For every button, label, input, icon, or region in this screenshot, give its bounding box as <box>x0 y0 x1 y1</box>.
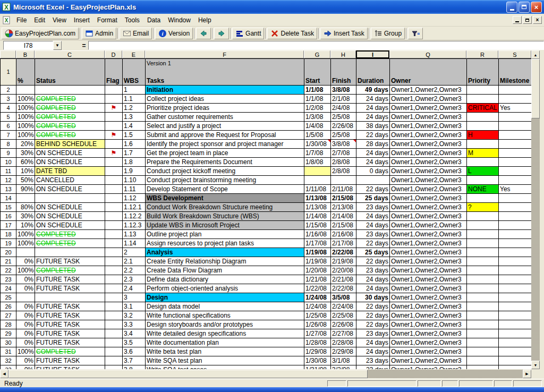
cell-B15[interactable]: 80% <box>16 203 35 212</box>
cell-B30[interactable]: 0% <box>16 338 35 347</box>
filter-button[interactable]: = <box>408 28 423 39</box>
cell-E8[interactable]: 1.6 <box>123 140 146 149</box>
cell-B4[interactable]: 100% <box>16 104 35 113</box>
cell-D26[interactable] <box>105 302 123 311</box>
cell-B28[interactable]: 0% <box>16 320 35 329</box>
cell-R2[interactable] <box>467 86 499 95</box>
cell-G17[interactable]: 1/15/08 <box>304 221 331 230</box>
cell-D22[interactable] <box>105 266 123 275</box>
cell-F15[interactable]: Conduct Work Breakdown Structure meeting <box>146 203 304 212</box>
cell-Q17[interactable]: Owner1,Owner2,Owner3 <box>390 221 467 230</box>
cell-F16[interactable]: Build Work Breakdown Structure (WBS) <box>146 212 304 221</box>
cell-D12[interactable] <box>105 176 123 185</box>
cell-E3[interactable]: 1.1 <box>123 95 146 104</box>
cell-G3[interactable]: 1/1/08 <box>304 95 331 104</box>
cell-Q15[interactable]: Owner1,Owner2,Owner3 <box>390 203 467 212</box>
cell-C14[interactable] <box>35 194 105 203</box>
cell-C4[interactable]: COMPLETED <box>35 104 105 113</box>
cell-S20[interactable] <box>499 248 532 257</box>
cell-I13[interactable]: 22 days <box>356 185 390 194</box>
cell-D15[interactable] <box>105 203 123 212</box>
cell-I26[interactable]: 22 days <box>356 302 390 311</box>
cell-E11[interactable]: 1.9 <box>123 167 146 176</box>
cell-G18[interactable]: 1/16/08 <box>304 230 331 239</box>
cell-R21[interactable] <box>467 257 499 266</box>
cell-Q23[interactable]: Owner1,Owner2,Owner3 <box>390 275 467 284</box>
cell-G26[interactable]: 1/24/08 <box>304 302 331 311</box>
cell-E15[interactable]: 1.12.1 <box>123 203 146 212</box>
cell-I12[interactable] <box>356 176 390 185</box>
menu-item-tools[interactable]: Tools <box>121 15 143 25</box>
cell-F3[interactable]: Collect project ideas <box>146 95 304 104</box>
cell-R24[interactable] <box>467 284 499 293</box>
cell-F4[interactable]: Prioritize project ideas <box>146 104 304 113</box>
cell-I5[interactable]: 24 days <box>356 113 390 122</box>
column-header-G[interactable]: G <box>304 50 330 58</box>
row-header-10[interactable]: 10 <box>1 158 16 167</box>
menu-item-data[interactable]: Data <box>143 15 164 25</box>
cell-G20[interactable]: 1/19/08 <box>304 248 331 257</box>
cell-F5[interactable]: Gather customer requirements <box>146 113 304 122</box>
cell-F7[interactable]: Submit and approve the Request for Propo… <box>146 131 304 140</box>
cell-G19[interactable]: 1/17/08 <box>304 239 331 248</box>
row-header-32[interactable]: 32 <box>1 356 16 365</box>
cell-Q7[interactable]: Owner1,Owner2,Owner3 <box>390 131 467 140</box>
cell-I4[interactable]: 24 days <box>356 104 390 113</box>
cell-B26[interactable]: 0% <box>16 302 35 311</box>
cell-I25[interactable]: 30 days <box>356 293 390 302</box>
cell-C33[interactable]: FUTURE TASK <box>35 365 105 370</box>
cell-H25[interactable]: 3/5/08 <box>331 293 356 302</box>
cell-Q19[interactable]: Owner1,Owner2,Owner3 <box>390 239 467 248</box>
cell-D29[interactable] <box>105 329 123 338</box>
cell-S5[interactable] <box>499 113 532 122</box>
cell-F25[interactable]: Design <box>146 293 304 302</box>
row-header-19[interactable]: 19 <box>1 239 16 248</box>
cell-H5[interactable]: 2/5/08 <box>331 113 356 122</box>
cell-F24[interactable]: Perform object-oriented analysis <box>146 284 304 293</box>
cell-F18[interactable]: Outline project plan <box>146 230 304 239</box>
cell-R4[interactable]: CRITICAL <box>467 104 499 113</box>
cell-H11[interactable]: 2/8/08 <box>331 167 356 176</box>
cell-S27[interactable] <box>499 311 532 320</box>
cell-S21[interactable] <box>499 257 532 266</box>
cell-F8[interactable]: Identify the project sponsor and project… <box>146 140 304 149</box>
cell-B5[interactable]: 100% <box>16 113 35 122</box>
cell-G11[interactable] <box>304 167 331 176</box>
cell-G10[interactable]: 1/8/08 <box>304 158 331 167</box>
cell-G12[interactable] <box>304 176 331 185</box>
cell-E25[interactable]: 3 <box>123 293 146 302</box>
cell-D33[interactable] <box>105 365 123 370</box>
admin-button[interactable]: Admin <box>82 28 116 39</box>
cell-H31[interactable]: 2/29/08 <box>331 347 356 356</box>
column-header-F[interactable]: F <box>145 50 304 58</box>
cell-B7[interactable]: 100% <box>16 131 35 140</box>
cell-D24[interactable] <box>105 284 123 293</box>
cell-H23[interactable]: 2/21/08 <box>331 275 356 284</box>
cell-S28[interactable] <box>499 320 532 329</box>
email-button[interactable]: Email <box>120 28 152 39</box>
cell-F30[interactable]: Write documentation plan <box>146 338 304 347</box>
cell-R9[interactable]: M <box>467 149 499 158</box>
cell-H8[interactable]: 3/8/08 <box>331 140 356 149</box>
cell-I18[interactable]: 23 days <box>356 230 390 239</box>
column-header-D[interactable]: D <box>105 50 122 58</box>
cell-D31[interactable] <box>105 347 123 356</box>
cell-S19[interactable] <box>499 239 532 248</box>
menu-item-help[interactable]: Help <box>194 15 215 25</box>
cell-R27[interactable] <box>467 311 499 320</box>
cell-C12[interactable]: CANCELLED <box>35 176 105 185</box>
cell-H22[interactable]: 2/20/08 <box>331 266 356 275</box>
scroll-right-button[interactable]: ▶ <box>523 370 531 378</box>
cell-I33[interactable]: 23 days <box>356 365 390 370</box>
cell-G7[interactable]: 1/5/08 <box>304 131 331 140</box>
cell-H33[interactable]: 3/2/08 <box>331 365 356 370</box>
cell-R17[interactable] <box>467 221 499 230</box>
row-header-17[interactable]: 17 <box>1 221 16 230</box>
cell-I32[interactable]: 23 days <box>356 356 390 365</box>
cell-S32[interactable] <box>499 356 532 365</box>
cell-D23[interactable] <box>105 275 123 284</box>
group-button[interactable]: Group <box>371 28 405 39</box>
row-header-2[interactable]: 2 <box>1 86 16 95</box>
row-header-28[interactable]: 28 <box>1 320 16 329</box>
cell-I21[interactable]: 22 days <box>356 257 390 266</box>
